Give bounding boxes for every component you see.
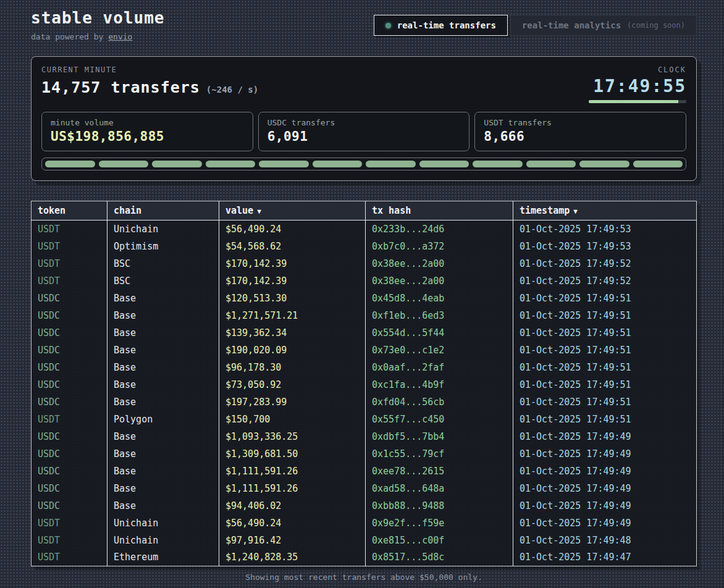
token-cell: USDC [32,376,107,393]
table-row: USDTUnichain$56,490.240x233b...24d601-Oc… [32,220,697,238]
table-row: USDCBase$139,362.340x554d...5f4401-Oct-2… [32,324,697,342]
clock-time: 17:49:55 [589,76,686,96]
value-cell: $190,020.09 [219,342,366,359]
token-cell: USDC [32,428,107,445]
chain-cell: Base [107,342,219,359]
timestamp-cell: 01-Oct-2025 17:49:49 [513,428,697,445]
table-row: USDCBase$1,093,336.250xdbf5...7bb401-Oct… [32,428,697,445]
activity-segment [633,161,683,167]
chain-cell: Optimism [107,238,219,255]
tx-hash-cell: 0x554d...5f44 [366,324,513,342]
tab-label: real-time transfers [397,20,496,30]
column-header-value[interactable]: value▼ [219,201,366,220]
tx-hash-cell: 0x0aaf...2faf [366,359,513,376]
token-cell: USDT [32,411,107,428]
activity-segment [473,161,523,167]
chain-cell: BSC [107,272,219,290]
value-cell: $139,362.34 [219,324,366,342]
tab-real-time-transfers[interactable]: real-time transfers [374,15,508,36]
timestamp-cell: 01-Oct-2025 17:49:51 [513,411,697,428]
token-cell: USDC [32,290,107,307]
token-cell: USDC [32,342,107,359]
table-row: USDTUnichain$97,916.420xe815...c00f01-Oc… [32,532,697,549]
tx-hash-cell: 0x38ee...2a00 [366,255,513,272]
current-minute-label: CURRENT MINUTE [41,65,258,74]
tx-hash-cell: 0x55f7...c450 [366,411,513,428]
sort-desc-icon: ▼ [573,208,578,216]
activity-segment [206,161,256,167]
token-cell: USDT [32,514,107,532]
timestamp-cell: 01-Oct-2025 17:49:51 [513,290,697,307]
table-body: USDTUnichain$56,490.240x233b...24d601-Oc… [32,220,697,566]
stat-usdt-transfers: USDT transfers 8,666 [474,112,686,151]
envio-link[interactable]: envio [108,32,132,41]
transfer-count-line: 14,757 transfers (~246 / s) [41,78,258,96]
timestamp-cell: 01-Oct-2025 17:49:51 [513,376,697,393]
value-cell: $73,050.92 [219,376,366,393]
tx-hash-cell: 0x38ee...2a00 [366,272,513,290]
stat-minute-volume: minute volume US$198,856,885 [41,112,253,151]
table-row: USDCBase$1,271,571.210xf1eb...6ed301-Oct… [32,307,697,324]
column-header-time[interactable]: timestamp▼ [513,201,697,220]
stat-boxes: minute volume US$198,856,885 USDC transf… [41,112,686,151]
table-row: USDCBase$73,050.920xc1fa...4b9f01-Oct-20… [32,376,697,393]
tx-hash-cell: 0x233b...24d6 [366,220,513,238]
token-cell: USDC [32,497,107,514]
value-cell: $96,178.30 [219,359,366,376]
value-cell: $1,093,336.25 [219,428,366,445]
hero-left: CURRENT MINUTE 14,757 transfers (~246 / … [41,65,258,96]
token-cell: USDT [32,220,107,238]
timestamp-cell: 01-Oct-2025 17:49:52 [513,255,697,272]
chain-cell: Base [107,376,219,393]
token-cell: USDC [32,445,107,463]
token-cell: USDT [32,532,107,549]
activity-segment [366,161,416,167]
page: stable volume data powered by envio real… [0,0,724,582]
token-cell: USDT [32,549,107,566]
activity-segment [259,161,309,167]
chain-cell: Base [107,290,219,307]
token-cell: USDC [32,393,107,411]
footer-note: Showing most recent transfers above $50,… [31,566,697,582]
tab-real-time-analytics[interactable]: real-time analytics (coming soon) [510,15,697,36]
chain-cell: Base [107,445,219,463]
table-row: USDTBSC$170,142.390x38ee...2a0001-Oct-20… [32,255,697,272]
timestamp-cell: 01-Oct-2025 17:49:51 [513,324,697,342]
sort-desc-icon: ▼ [257,208,261,216]
token-cell: USDT [32,272,107,290]
token-cell: USDT [32,255,107,272]
activity-bar [41,158,686,170]
value-cell: $94,406.02 [219,497,366,514]
value-cell: $170,142.39 [219,272,366,290]
transfer-count: 14,757 transfers [41,78,200,96]
activity-segment [526,161,576,167]
chain-cell: Unichain [107,220,219,238]
chain-cell: Polygon [107,411,219,428]
tx-hash-cell: 0x45d8...4eab [366,290,513,307]
tx-hash-cell: 0xdbf5...7bb4 [366,428,513,445]
token-cell: USDC [32,359,107,376]
tx-hash-cell: 0xee78...2615 [366,463,513,480]
brand-block: stable volume data powered by envio [31,9,165,41]
tx-hash-cell: 0xe815...c00f [366,532,513,549]
table-row: USDCBase$197,283.990xfd04...56cb01-Oct-2… [32,393,697,411]
subtitle: data powered by envio [31,32,165,41]
token-cell: USDT [32,238,107,255]
tx-hash-cell: 0xc1fa...4b9f [366,376,513,393]
value-cell: $170,142.39 [219,255,366,272]
table-row: USDCBase$94,406.020xbb88...948801-Oct-20… [32,497,697,514]
timestamp-cell: 01-Oct-2025 17:49:51 [513,342,697,359]
chain-cell: Base [107,480,219,497]
timestamp-cell: 01-Oct-2025 17:49:47 [513,549,697,566]
value-cell: $56,490.24 [219,514,366,532]
chain-cell: Base [107,393,219,411]
chain-cell: Base [107,497,219,514]
value-cell: $1,309,681.50 [219,445,366,463]
chain-cell: Unichain [107,532,219,549]
token-cell: USDC [32,324,107,342]
value-cell: $56,490.24 [219,220,366,238]
value-cell: $1,271,571.21 [219,307,366,324]
stat-label: USDC transfers [267,118,461,127]
stat-value: US$198,856,885 [51,129,244,144]
clock-block: CLOCK 17:49:55 [589,65,686,103]
